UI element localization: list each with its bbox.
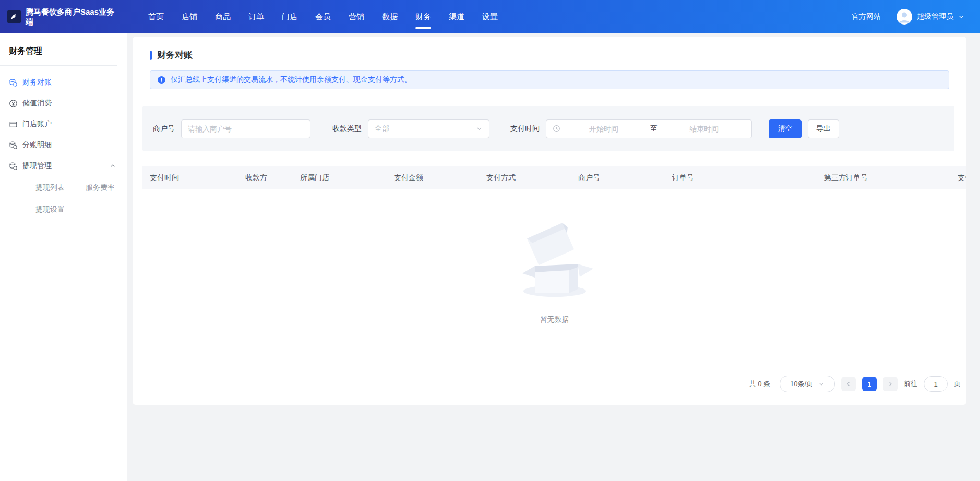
- top-navigation: 首页 店铺 商品 订单 门店 会员 营销 数据 财务 渠道 设置: [148, 0, 498, 33]
- chevron-down-icon: [476, 125, 483, 132]
- chevron-right-icon: [887, 381, 893, 387]
- col-merchant-id: 商户号: [578, 166, 600, 189]
- page-size-value: 10条/页: [790, 379, 813, 389]
- merchant-id-input[interactable]: [181, 119, 310, 138]
- nav-data[interactable]: 数据: [382, 0, 398, 33]
- col-pay-clipped: 支付: [958, 166, 966, 189]
- avatar: [897, 9, 912, 25]
- table-header-row: 支付时间 收款方 所属门店 支付金额 支付方式 商户号 订单号 第三方订单号 支…: [142, 166, 966, 189]
- col-thirdparty-order: 第三方订单号: [824, 166, 868, 189]
- sidebar: 财务管理 财务对账 储值消费 门店账户: [0, 33, 127, 481]
- next-page-button[interactable]: [883, 377, 898, 391]
- sidebar-subitem-withdraw-settings[interactable]: 提现设置: [35, 198, 65, 220]
- sidebar-subitem-withdraw-list[interactable]: 提现列表: [35, 176, 65, 198]
- info-alert: 仅汇总线上支付渠道的交易流水，不统计使用余额支付、现金支付等方式。: [150, 70, 949, 89]
- pay-time-label: 支付时间: [510, 124, 540, 134]
- user-name: 超级管理员: [917, 12, 953, 21]
- col-payee: 收款方: [245, 166, 267, 189]
- pagination: 共 0 条 10条/页 1 前往 页: [150, 365, 961, 403]
- alert-text: 仅汇总线上支付渠道的交易流水，不统计使用余额支付、现金支付等方式。: [171, 75, 412, 85]
- goto-label: 前往: [904, 379, 917, 389]
- empty-box-illustration: [513, 218, 596, 302]
- empty-table-body: 暂无数据: [142, 189, 966, 365]
- current-page-button[interactable]: 1: [862, 377, 877, 391]
- topbar: 腾马餐饮多商户Saas业务端 首页 店铺 商品 订单 门店 会员 营销 数据 财…: [0, 0, 980, 33]
- col-pay-amount: 支付金额: [394, 166, 423, 189]
- main-area: 财务对账 仅汇总线上支付渠道的交易流水，不统计使用余额支付、现金支付等方式。 商…: [127, 33, 980, 481]
- pay-time-range-picker[interactable]: 至: [546, 119, 752, 138]
- nav-settings[interactable]: 设置: [482, 0, 498, 33]
- sidebar-subitem-service-rate[interactable]: 服务费率: [86, 176, 115, 198]
- page-size-select[interactable]: 10条/页: [780, 376, 835, 392]
- store-account-icon: [9, 120, 18, 129]
- sidebar-title: 财务管理: [0, 33, 127, 65]
- user-menu[interactable]: 超级管理员: [897, 9, 964, 25]
- empty-state: 暂无数据: [513, 218, 596, 324]
- chevron-down-icon: [818, 381, 824, 387]
- sidebar-item-label: 分账明细: [22, 140, 52, 150]
- clear-button[interactable]: 清空: [769, 119, 802, 138]
- sidebar-divider: [0, 65, 117, 66]
- col-pay-method: 支付方式: [486, 166, 516, 189]
- payee-type-value: 全部: [375, 124, 389, 134]
- sidebar-item-withdraw-management[interactable]: 提现管理: [0, 155, 127, 176]
- end-time-input[interactable]: [663, 125, 745, 133]
- sidebar-item-store-account[interactable]: 门店账户: [0, 114, 127, 135]
- sidebar-item-label: 储值消费: [22, 99, 52, 108]
- page-title: 财务对账: [157, 49, 193, 61]
- chevron-down-icon: [958, 14, 964, 20]
- app-root: 腾马餐饮多商户Saas业务端 首页 店铺 商品 订单 门店 会员 营销 数据 财…: [0, 0, 980, 481]
- col-pay-time: 支付时间: [150, 166, 179, 189]
- clock-icon: [553, 125, 560, 133]
- total-count: 共 0 条: [749, 379, 770, 389]
- payee-type-select[interactable]: 全部: [368, 119, 489, 138]
- sidebar-menu: 财务对账 储值消费 门店账户 分账明细: [0, 72, 127, 220]
- topbar-right: 官方网站 超级管理员: [852, 9, 980, 25]
- sidebar-item-stored-value[interactable]: 储值消费: [0, 93, 127, 114]
- nav-marketing[interactable]: 营销: [349, 0, 364, 33]
- prev-page-button[interactable]: [841, 377, 856, 391]
- sidebar-item-finance-reconciliation[interactable]: 财务对账: [0, 72, 127, 93]
- sidebar-item-split-detail[interactable]: 分账明细: [0, 135, 127, 155]
- withdraw-submenu: 提现列表 服务费率 提现设置: [0, 176, 127, 220]
- nav-goods[interactable]: 商品: [215, 0, 231, 33]
- nav-finance[interactable]: 财务: [415, 0, 431, 33]
- nav-orders[interactable]: 订单: [248, 0, 264, 33]
- sidebar-item-label: 提现管理: [22, 161, 52, 171]
- page-unit-label: 页: [954, 379, 961, 389]
- payee-type-label: 收款类型: [332, 124, 362, 134]
- info-icon: [157, 76, 166, 85]
- app-title: 腾马餐饮多商户Saas业务端: [26, 7, 117, 27]
- col-order-no: 订单号: [672, 166, 694, 189]
- nav-members[interactable]: 会员: [315, 0, 331, 33]
- chevron-up-icon[interactable]: [110, 163, 116, 169]
- nav-shop[interactable]: 店铺: [182, 0, 197, 33]
- goto-page-input[interactable]: [924, 376, 948, 392]
- nav-channels[interactable]: 渠道: [449, 0, 464, 33]
- sidebar-item-label: 财务对账: [22, 78, 52, 87]
- range-separator: 至: [647, 124, 661, 134]
- chevron-left-icon: [845, 381, 852, 387]
- logo-icon: [7, 10, 21, 23]
- page-title-row: 财务对账: [150, 49, 949, 61]
- official-site-link[interactable]: 官方网站: [852, 12, 881, 21]
- withdraw-icon: [9, 162, 18, 171]
- sidebar-item-label: 门店账户: [22, 119, 52, 129]
- filter-bar: 商户号 收款类型 全部 支付时间 至: [142, 106, 954, 151]
- col-store: 所属门店: [300, 166, 329, 189]
- logo-block: 腾马餐饮多商户Saas业务端: [0, 7, 127, 27]
- empty-text: 暂无数据: [513, 315, 596, 324]
- content-card: 财务对账 仅汇总线上支付渠道的交易流水，不统计使用余额支付、现金支付等方式。 商…: [133, 37, 966, 405]
- ledger-icon: [9, 78, 18, 87]
- export-button[interactable]: 导出: [808, 119, 839, 138]
- split-ledger-icon: [9, 141, 18, 150]
- stored-value-icon: [9, 99, 18, 108]
- nav-home[interactable]: 首页: [148, 0, 164, 33]
- title-accent-bar: [150, 51, 152, 60]
- nav-stores[interactable]: 门店: [282, 0, 297, 33]
- merchant-id-label: 商户号: [153, 124, 175, 134]
- start-time-input[interactable]: [563, 125, 645, 133]
